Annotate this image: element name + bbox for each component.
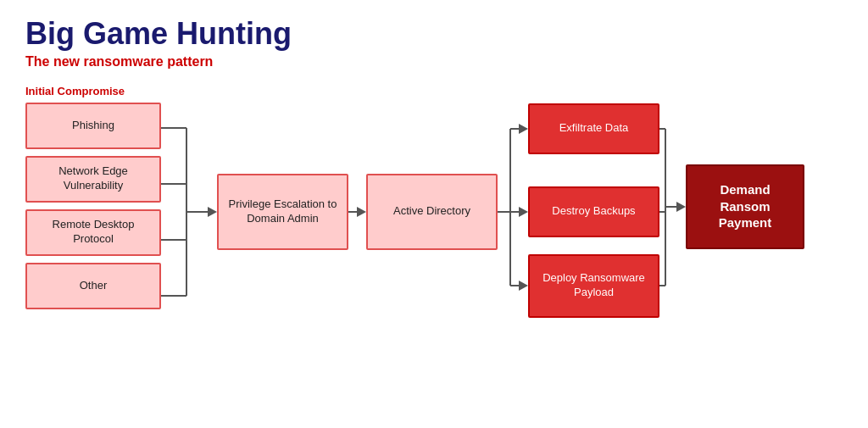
mid-box-ad: Active Directory xyxy=(366,174,498,250)
active-directory-box: Active Directory xyxy=(366,174,498,250)
initial-compromise-section: Initial Compromise Phishing Network Edge… xyxy=(25,85,161,309)
svg-marker-8 xyxy=(357,207,366,217)
page-container: Big Game Hunting The new ransomware patt… xyxy=(0,0,868,428)
right-box-destroy: Destroy Backups xyxy=(528,186,659,237)
diagram-wrapper: Initial Compromise Phishing Network Edge… xyxy=(25,85,848,390)
right-box-ransomware: Deploy Ransomware Payload xyxy=(528,254,659,318)
box-remote-desktop: Remote Desktop Protocol xyxy=(25,209,161,256)
svg-marker-6 xyxy=(208,207,217,217)
svg-marker-16 xyxy=(519,281,528,291)
box-exfiltrate: Exfiltrate Data xyxy=(528,103,659,154)
mid-box-privilege: Privilege Escalation to Domain Admin xyxy=(217,174,348,250)
box-other: Other xyxy=(25,263,161,309)
final-box-container: Demand Ransom Payment xyxy=(686,164,804,249)
sub-title: The new ransomware pattern xyxy=(25,54,843,69)
box-destroy: Destroy Backups xyxy=(528,186,659,237)
privilege-escalation-box: Privilege Escalation to Domain Admin xyxy=(217,174,348,250)
box-network-edge: Network Edge Vulnerability xyxy=(25,156,161,203)
section-label: Initial Compromise xyxy=(25,85,161,97)
box-demand-ransom: Demand Ransom Payment xyxy=(686,164,804,249)
left-boxes-group: Phishing Network Edge Vulnerability Remo… xyxy=(25,103,161,309)
svg-marker-22 xyxy=(676,202,686,212)
svg-marker-12 xyxy=(519,124,528,134)
box-deploy-ransomware: Deploy Ransomware Payload xyxy=(528,254,659,318)
box-phishing: Phishing xyxy=(25,103,161,149)
svg-marker-14 xyxy=(519,207,528,217)
right-box-exfiltrate: Exfiltrate Data xyxy=(528,103,659,154)
main-title: Big Game Hunting xyxy=(25,17,843,51)
